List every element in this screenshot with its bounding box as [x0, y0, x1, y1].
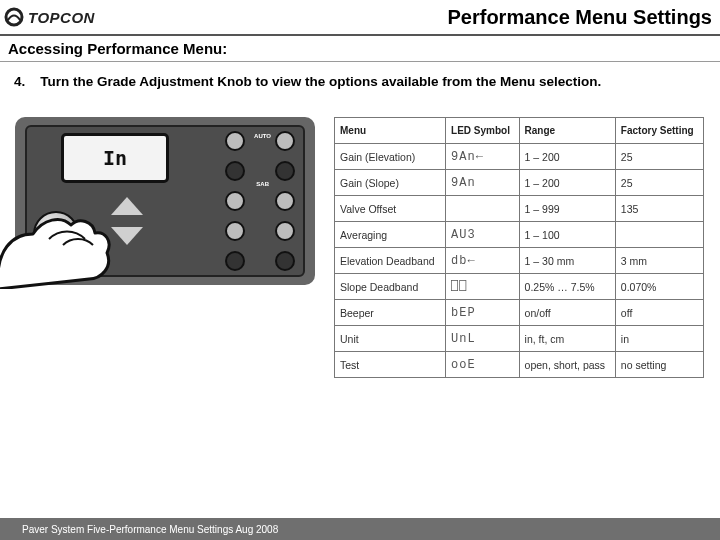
label-auto: AUTO [254, 133, 271, 139]
cell-factory [615, 222, 703, 248]
round-button [225, 131, 245, 151]
table-row: Gain (Elevation)9An←1 – 20025 [335, 144, 704, 170]
device-lcd: In [61, 133, 169, 183]
cell-symbol: db← [446, 248, 520, 274]
page-title: Performance Menu Settings [447, 6, 712, 29]
body: 4. Turn the Grade Adjustment Knob to vie… [0, 62, 720, 378]
cell-menu: Gain (Slope) [335, 170, 446, 196]
cell-symbol: ⎕⎕ [446, 274, 520, 300]
table-row: Slope Deadband⎕⎕0.25% … 7.5%0.070% [335, 274, 704, 300]
cell-range: 1 – 200 [519, 170, 615, 196]
cell-menu: Slope Deadband [335, 274, 446, 300]
cell-menu: Elevation Deadband [335, 248, 446, 274]
cell-menu: Valve Offset [335, 196, 446, 222]
table-row: Gain (Slope)9An1 – 20025 [335, 170, 704, 196]
device-illustration: In AUTO SAB [10, 117, 320, 285]
cell-factory: off [615, 300, 703, 326]
logo-icon [4, 7, 24, 27]
cell-factory: 25 [615, 170, 703, 196]
button-column-right [275, 131, 295, 271]
table-header-row: Menu LED Symbol Range Factory Setting [335, 118, 704, 144]
cell-menu: Beeper [335, 300, 446, 326]
step-number: 4. [14, 74, 25, 89]
round-button [225, 251, 245, 271]
cell-factory: 0.070% [615, 274, 703, 300]
cell-menu: Test [335, 352, 446, 378]
cell-range: open, short, pass [519, 352, 615, 378]
cell-factory: 135 [615, 196, 703, 222]
label-sab: SAB [256, 181, 269, 187]
round-button [275, 131, 295, 151]
cell-range: 0.25% … 7.5% [519, 274, 615, 300]
cell-range: 1 – 200 [519, 144, 615, 170]
table-row: BeeperbEPon/offoff [335, 300, 704, 326]
round-button [275, 191, 295, 211]
col-symbol: LED Symbol [446, 118, 520, 144]
round-button [275, 161, 295, 181]
col-factory: Factory Setting [615, 118, 703, 144]
cell-range: 1 – 999 [519, 196, 615, 222]
cell-symbol: bEP [446, 300, 520, 326]
cell-symbol: 9An← [446, 144, 520, 170]
table-row: UnitUnLin, ft, cmin [335, 326, 704, 352]
cell-symbol: 9An [446, 170, 520, 196]
round-button [275, 251, 295, 271]
table-row: TestooEopen, short, passno setting [335, 352, 704, 378]
button-column-left [225, 131, 245, 271]
step-text: Turn the Grade Adjustment Knob to view t… [40, 74, 601, 89]
table-row: AveragingAU31 – 100 [335, 222, 704, 248]
settings-table: Menu LED Symbol Range Factory Setting Ga… [334, 117, 704, 378]
section-subhead: Accessing Performance Menu: [8, 40, 227, 57]
round-button [225, 161, 245, 181]
cell-factory: in [615, 326, 703, 352]
cell-menu: Unit [335, 326, 446, 352]
instruction-step: 4. Turn the Grade Adjustment Knob to vie… [10, 74, 710, 89]
cell-factory: 25 [615, 144, 703, 170]
cell-range: on/off [519, 300, 615, 326]
round-button [225, 191, 245, 211]
cell-factory: no setting [615, 352, 703, 378]
brand-text: TOPCON [28, 9, 95, 26]
cell-menu: Gain (Elevation) [335, 144, 446, 170]
slide-footer: Paver System Five-Performance Menu Setti… [0, 518, 720, 540]
cell-symbol: ooE [446, 352, 520, 378]
cell-symbol: UnL [446, 326, 520, 352]
cell-menu: Averaging [335, 222, 446, 248]
col-menu: Menu [335, 118, 446, 144]
svg-point-0 [6, 9, 22, 25]
hand-icon [0, 179, 133, 289]
header-bar: TOPCON Performance Menu Settings [0, 0, 720, 36]
round-button [225, 221, 245, 241]
subhead-bar: Accessing Performance Menu: [0, 36, 720, 62]
footer-text: Paver System Five-Performance Menu Setti… [22, 524, 278, 535]
table-row: Valve Offset1 – 999135 [335, 196, 704, 222]
cell-symbol: AU3 [446, 222, 520, 248]
cell-factory: 3 mm [615, 248, 703, 274]
content-row: In AUTO SAB [10, 117, 710, 378]
round-button [275, 221, 295, 241]
cell-range: 1 – 100 [519, 222, 615, 248]
cell-symbol [446, 196, 520, 222]
table-row: Elevation Deadbanddb←1 – 30 mm3 mm [335, 248, 704, 274]
col-range: Range [519, 118, 615, 144]
cell-range: in, ft, cm [519, 326, 615, 352]
cell-range: 1 – 30 mm [519, 248, 615, 274]
brand-logo: TOPCON [4, 7, 95, 27]
